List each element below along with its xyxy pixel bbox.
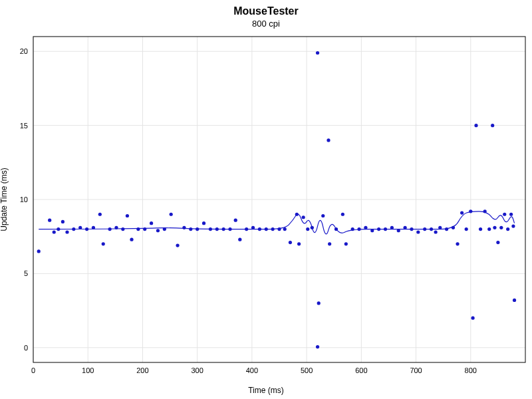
svg-point-43: [121, 227, 124, 231]
svg-point-90: [384, 227, 387, 231]
svg-text:20: 20: [20, 47, 28, 55]
svg-point-115: [503, 213, 506, 216]
svg-text:200: 200: [136, 366, 148, 374]
svg-point-114: [499, 226, 503, 229]
svg-point-102: [456, 242, 459, 245]
svg-point-83: [341, 213, 344, 216]
svg-point-48: [150, 221, 153, 225]
svg-point-117: [509, 213, 513, 216]
svg-point-62: [238, 238, 241, 241]
svg-point-76: [316, 51, 319, 55]
svg-point-49: [156, 229, 160, 232]
svg-point-44: [126, 214, 129, 217]
svg-point-93: [404, 226, 407, 229]
svg-point-108: [479, 227, 482, 231]
svg-point-40: [102, 242, 105, 245]
svg-text:0: 0: [31, 366, 35, 374]
svg-point-87: [364, 226, 367, 229]
svg-point-45: [130, 238, 133, 241]
svg-point-109: [483, 209, 487, 213]
svg-point-54: [189, 227, 192, 231]
svg-point-116: [506, 227, 509, 231]
svg-point-82: [334, 227, 338, 231]
svg-point-34: [65, 230, 68, 233]
svg-point-41: [108, 227, 112, 231]
svg-point-112: [493, 226, 496, 229]
svg-point-46: [136, 227, 140, 231]
svg-point-101: [452, 226, 455, 229]
svg-point-39: [98, 213, 102, 216]
svg-point-67: [271, 227, 275, 231]
svg-point-72: [297, 242, 301, 245]
svg-point-37: [85, 227, 88, 231]
svg-point-29: [37, 249, 41, 253]
svg-point-85: [351, 227, 354, 231]
svg-point-65: [258, 227, 261, 231]
svg-point-58: [215, 227, 219, 231]
svg-text:100: 100: [82, 366, 94, 374]
svg-point-36: [78, 226, 82, 229]
svg-point-88: [370, 229, 374, 232]
svg-point-107: [474, 124, 477, 127]
svg-point-84: [344, 242, 348, 245]
svg-point-61: [234, 219, 237, 222]
svg-point-78: [317, 301, 321, 305]
svg-point-105: [469, 209, 472, 213]
svg-point-64: [251, 226, 255, 229]
svg-point-118: [511, 224, 515, 227]
svg-text:300: 300: [191, 366, 203, 374]
svg-point-99: [438, 226, 442, 229]
svg-point-56: [202, 221, 205, 225]
svg-point-97: [430, 227, 433, 231]
svg-point-31: [53, 230, 56, 233]
svg-text:500: 500: [301, 366, 313, 374]
svg-point-94: [410, 227, 413, 231]
svg-point-32: [57, 227, 60, 231]
svg-point-47: [143, 227, 146, 231]
svg-point-92: [397, 229, 400, 232]
svg-point-98: [434, 230, 438, 233]
svg-point-57: [209, 227, 212, 231]
svg-point-42: [114, 226, 118, 229]
svg-point-38: [92, 226, 95, 229]
svg-point-75: [311, 226, 314, 229]
svg-text:15: 15: [20, 122, 28, 130]
chart-container: MouseTester 800 cpi Update Time (ms) Tim…: [0, 0, 532, 399]
svg-point-50: [163, 227, 166, 231]
svg-point-35: [72, 227, 75, 231]
svg-point-71: [295, 213, 299, 216]
svg-point-59: [222, 227, 225, 231]
svg-point-68: [277, 227, 281, 231]
svg-point-33: [61, 220, 65, 223]
svg-text:400: 400: [246, 366, 258, 374]
svg-text:5: 5: [24, 269, 28, 277]
svg-point-52: [176, 243, 179, 247]
svg-text:10: 10: [20, 196, 28, 203]
svg-text:0: 0: [24, 344, 28, 352]
svg-text:700: 700: [410, 366, 422, 374]
svg-point-69: [283, 227, 287, 231]
svg-point-80: [327, 138, 330, 142]
svg-point-30: [48, 219, 51, 222]
svg-text:800: 800: [465, 366, 477, 374]
plot-area: 010020030040050060070080005101520: [0, 0, 532, 399]
svg-point-63: [245, 227, 248, 231]
svg-point-96: [423, 227, 426, 231]
svg-point-70: [289, 241, 292, 244]
svg-point-86: [357, 227, 360, 231]
svg-point-110: [487, 227, 491, 231]
svg-point-55: [196, 227, 199, 231]
svg-point-91: [390, 226, 394, 229]
svg-point-53: [182, 226, 186, 229]
svg-point-119: [513, 299, 516, 302]
svg-point-111: [491, 124, 494, 127]
svg-point-60: [228, 227, 231, 231]
svg-point-77: [316, 345, 319, 348]
svg-point-81: [328, 242, 331, 245]
svg-point-104: [465, 227, 468, 231]
svg-point-113: [496, 241, 499, 244]
svg-point-51: [170, 213, 173, 216]
svg-text:600: 600: [355, 366, 367, 374]
svg-point-73: [302, 215, 305, 219]
svg-point-95: [416, 230, 420, 233]
